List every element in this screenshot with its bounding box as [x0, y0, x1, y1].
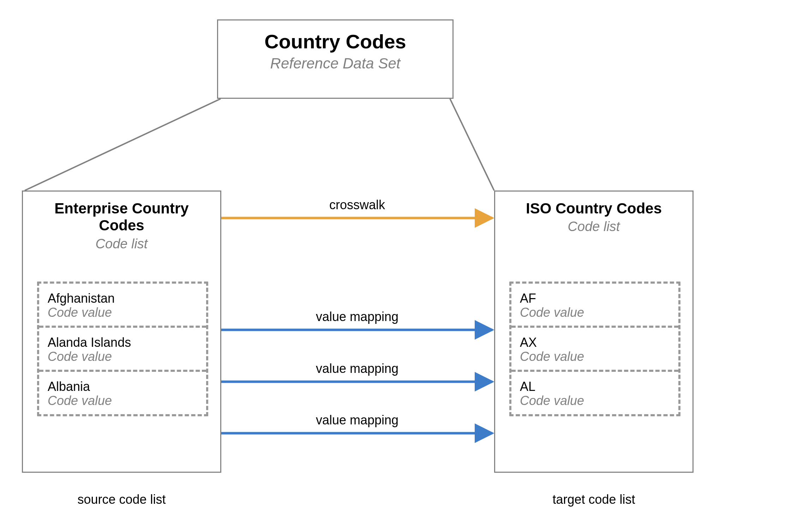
value-mapping-label: value mapping [221, 361, 493, 376]
target-code-values-group: AF Code value AX Code value AL Code valu… [509, 282, 680, 416]
code-value-name: Albania [48, 380, 198, 394]
code-value-row: AX Code value [511, 328, 678, 372]
target-caption: target code list [494, 492, 694, 507]
reference-data-set-subtitle: Reference Data Set [218, 53, 452, 72]
source-caption: source code list [22, 492, 221, 507]
code-value-name: AF [520, 291, 670, 306]
source-codelist-subtitle: Code list [23, 234, 220, 252]
code-value-kind: Code value [520, 394, 670, 408]
code-value-name: AX [520, 335, 670, 350]
code-value-row: Afghanistan Code value [39, 284, 206, 328]
target-codelist-box: ISO Country Codes Code list AF Code valu… [494, 191, 694, 473]
value-mapping-label: value mapping [221, 413, 493, 428]
source-codelist-box: Enterprise Country Codes Code list Afgha… [22, 191, 221, 473]
crosswalk-label: crosswalk [221, 198, 493, 212]
target-codelist-subtitle: Code list [495, 217, 692, 235]
reference-data-set-title: Country Codes [218, 20, 452, 53]
reference-data-set-box: Country Codes Reference Data Set [217, 19, 454, 99]
source-code-values-group: Afghanistan Code value Alanda Islands Co… [37, 282, 208, 416]
code-value-row: Albania Code value [39, 372, 206, 414]
code-value-row: Alanda Islands Code value [39, 328, 206, 372]
code-value-name: Alanda Islands [48, 335, 198, 350]
code-value-name: Afghanistan [48, 291, 198, 306]
code-value-name: AL [520, 380, 670, 394]
value-mapping-label: value mapping [221, 309, 493, 324]
code-value-kind: Code value [48, 350, 198, 364]
code-value-row: AL Code value [511, 372, 678, 414]
code-value-kind: Code value [520, 350, 670, 364]
code-value-kind: Code value [48, 306, 198, 320]
code-value-kind: Code value [520, 306, 670, 320]
code-value-row: AF Code value [511, 284, 678, 328]
target-codelist-title: ISO Country Codes [495, 192, 692, 217]
source-codelist-title: Enterprise Country Codes [23, 192, 220, 234]
code-value-kind: Code value [48, 394, 198, 408]
diagram-canvas: Country Codes Reference Data Set Enterpr… [0, 0, 798, 532]
svg-line-1 [450, 99, 494, 191]
svg-line-0 [25, 99, 221, 191]
